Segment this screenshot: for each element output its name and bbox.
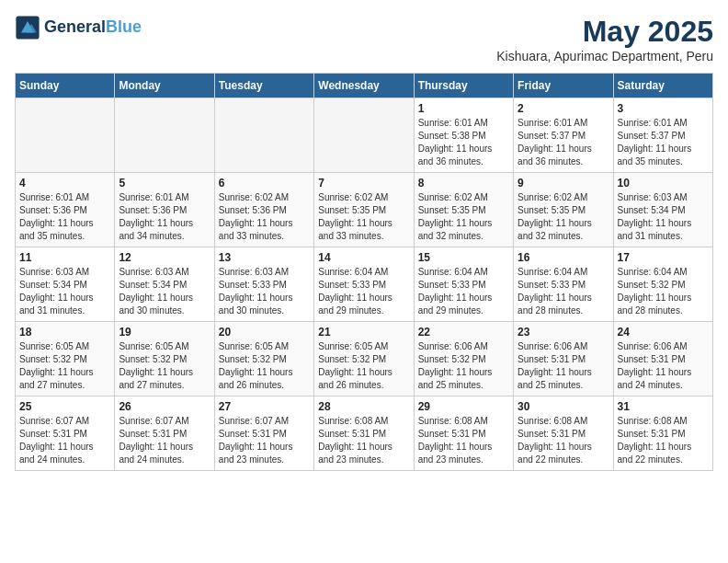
day-info: Sunrise: 6:07 AM Sunset: 5:31 PM Dayligh… — [119, 415, 210, 466]
weekday-header-monday: Monday — [115, 74, 214, 98]
day-number: 21 — [318, 326, 409, 339]
calendar-cell: 8Sunrise: 6:02 AM Sunset: 5:35 PM Daylig… — [414, 173, 513, 247]
day-number: 8 — [418, 177, 509, 190]
week-row-3: 11Sunrise: 6:03 AM Sunset: 5:34 PM Dayli… — [16, 247, 713, 322]
day-number: 7 — [318, 177, 409, 190]
weekday-header-wednesday: Wednesday — [314, 74, 414, 98]
calendar-cell — [314, 98, 414, 173]
day-number: 18 — [19, 326, 110, 339]
day-info: Sunrise: 6:03 AM Sunset: 5:33 PM Dayligh… — [219, 266, 310, 317]
day-info: Sunrise: 6:08 AM Sunset: 5:31 PM Dayligh… — [518, 415, 609, 466]
day-info: Sunrise: 6:03 AM Sunset: 5:34 PM Dayligh… — [618, 191, 709, 243]
weekday-header-tuesday: Tuesday — [214, 74, 313, 98]
weekday-header-thursday: Thursday — [414, 74, 513, 98]
day-info: Sunrise: 6:02 AM Sunset: 5:35 PM Dayligh… — [518, 191, 609, 243]
week-row-5: 25Sunrise: 6:07 AM Sunset: 5:31 PM Dayli… — [16, 396, 713, 471]
day-info: Sunrise: 6:03 AM Sunset: 5:34 PM Dayligh… — [119, 266, 210, 317]
calendar-cell: 20Sunrise: 6:05 AM Sunset: 5:32 PM Dayli… — [214, 322, 313, 396]
calendar-cell — [115, 98, 214, 173]
calendar-cell: 7Sunrise: 6:02 AM Sunset: 5:35 PM Daylig… — [314, 173, 414, 247]
day-number: 9 — [518, 177, 609, 190]
page-header: GeneralBlue May 2025 Kishuara, Apurimac … — [15, 15, 713, 63]
day-number: 19 — [119, 326, 210, 339]
day-number: 20 — [219, 326, 310, 339]
day-info: Sunrise: 6:08 AM Sunset: 5:31 PM Dayligh… — [318, 415, 409, 466]
calendar-cell: 2Sunrise: 6:01 AM Sunset: 5:37 PM Daylig… — [514, 98, 613, 173]
day-number: 15 — [418, 251, 509, 264]
day-number: 13 — [219, 251, 310, 264]
day-number: 11 — [19, 251, 110, 264]
calendar-cell: 21Sunrise: 6:05 AM Sunset: 5:32 PM Dayli… — [314, 322, 414, 396]
day-info: Sunrise: 6:04 AM Sunset: 5:32 PM Dayligh… — [618, 266, 709, 317]
week-row-4: 18Sunrise: 6:05 AM Sunset: 5:32 PM Dayli… — [16, 322, 713, 396]
calendar-cell: 1Sunrise: 6:01 AM Sunset: 5:38 PM Daylig… — [414, 98, 513, 173]
day-number: 24 — [618, 326, 709, 339]
day-info: Sunrise: 6:07 AM Sunset: 5:31 PM Dayligh… — [19, 415, 110, 466]
calendar-cell: 9Sunrise: 6:02 AM Sunset: 5:35 PM Daylig… — [514, 173, 613, 247]
title-area: May 2025 Kishuara, Apurimac Department, … — [496, 15, 713, 63]
calendar-cell: 22Sunrise: 6:06 AM Sunset: 5:32 PM Dayli… — [414, 322, 513, 396]
day-number: 6 — [219, 177, 310, 190]
calendar-cell: 29Sunrise: 6:08 AM Sunset: 5:31 PM Dayli… — [414, 396, 513, 471]
calendar-cell — [214, 98, 313, 173]
day-info: Sunrise: 6:08 AM Sunset: 5:31 PM Dayligh… — [418, 415, 509, 466]
calendar-cell: 26Sunrise: 6:07 AM Sunset: 5:31 PM Dayli… — [115, 396, 214, 471]
calendar-table: SundayMondayTuesdayWednesdayThursdayFrid… — [15, 73, 713, 471]
month-title: May 2025 — [496, 15, 713, 49]
day-info: Sunrise: 6:04 AM Sunset: 5:33 PM Dayligh… — [518, 266, 609, 317]
day-number: 26 — [119, 400, 210, 413]
day-number: 10 — [618, 177, 709, 190]
calendar-cell: 19Sunrise: 6:05 AM Sunset: 5:32 PM Dayli… — [115, 322, 214, 396]
logo-icon — [15, 15, 40, 40]
day-info: Sunrise: 6:05 AM Sunset: 5:32 PM Dayligh… — [318, 340, 409, 392]
calendar-cell: 11Sunrise: 6:03 AM Sunset: 5:34 PM Dayli… — [16, 247, 115, 322]
logo-text: GeneralBlue — [44, 18, 142, 37]
calendar-cell: 13Sunrise: 6:03 AM Sunset: 5:33 PM Dayli… — [214, 247, 313, 322]
day-number: 22 — [418, 326, 509, 339]
calendar-cell: 6Sunrise: 6:02 AM Sunset: 5:36 PM Daylig… — [214, 173, 313, 247]
calendar-cell: 23Sunrise: 6:06 AM Sunset: 5:31 PM Dayli… — [514, 322, 613, 396]
day-number: 5 — [119, 177, 210, 190]
calendar-cell: 16Sunrise: 6:04 AM Sunset: 5:33 PM Dayli… — [514, 247, 613, 322]
day-info: Sunrise: 6:02 AM Sunset: 5:35 PM Dayligh… — [418, 191, 509, 243]
day-number: 23 — [518, 326, 609, 339]
calendar-cell: 25Sunrise: 6:07 AM Sunset: 5:31 PM Dayli… — [16, 396, 115, 471]
calendar-cell — [16, 98, 115, 173]
calendar-cell: 28Sunrise: 6:08 AM Sunset: 5:31 PM Dayli… — [314, 396, 414, 471]
week-row-1: 1Sunrise: 6:01 AM Sunset: 5:38 PM Daylig… — [16, 98, 713, 173]
day-number: 16 — [518, 251, 609, 264]
calendar-cell: 27Sunrise: 6:07 AM Sunset: 5:31 PM Dayli… — [214, 396, 313, 471]
day-info: Sunrise: 6:07 AM Sunset: 5:31 PM Dayligh… — [219, 415, 310, 466]
day-number: 31 — [618, 400, 709, 413]
weekday-header-saturday: Saturday — [613, 74, 712, 98]
calendar-cell: 17Sunrise: 6:04 AM Sunset: 5:32 PM Dayli… — [613, 247, 712, 322]
weekday-header-friday: Friday — [514, 74, 613, 98]
calendar-cell: 5Sunrise: 6:01 AM Sunset: 5:36 PM Daylig… — [115, 173, 214, 247]
day-info: Sunrise: 6:01 AM Sunset: 5:36 PM Dayligh… — [19, 191, 110, 243]
week-row-2: 4Sunrise: 6:01 AM Sunset: 5:36 PM Daylig… — [16, 173, 713, 247]
calendar-cell: 10Sunrise: 6:03 AM Sunset: 5:34 PM Dayli… — [613, 173, 712, 247]
calendar-cell: 24Sunrise: 6:06 AM Sunset: 5:31 PM Dayli… — [613, 322, 712, 396]
calendar-cell: 18Sunrise: 6:05 AM Sunset: 5:32 PM Dayli… — [16, 322, 115, 396]
day-info: Sunrise: 6:02 AM Sunset: 5:35 PM Dayligh… — [318, 191, 409, 243]
day-info: Sunrise: 6:05 AM Sunset: 5:32 PM Dayligh… — [119, 340, 210, 392]
day-number: 17 — [618, 251, 709, 264]
weekday-header-sunday: Sunday — [16, 74, 115, 98]
location: Kishuara, Apurimac Department, Peru — [496, 49, 713, 63]
day-info: Sunrise: 6:01 AM Sunset: 5:37 PM Dayligh… — [618, 117, 709, 168]
day-info: Sunrise: 6:02 AM Sunset: 5:36 PM Dayligh… — [219, 191, 310, 243]
calendar-body: 1Sunrise: 6:01 AM Sunset: 5:38 PM Daylig… — [16, 98, 713, 471]
day-number: 3 — [618, 102, 709, 115]
day-info: Sunrise: 6:03 AM Sunset: 5:34 PM Dayligh… — [19, 266, 110, 317]
day-info: Sunrise: 6:06 AM Sunset: 5:31 PM Dayligh… — [518, 340, 609, 392]
calendar-cell: 12Sunrise: 6:03 AM Sunset: 5:34 PM Dayli… — [115, 247, 214, 322]
day-number: 4 — [19, 177, 110, 190]
day-number: 14 — [318, 251, 409, 264]
calendar-header: SundayMondayTuesdayWednesdayThursdayFrid… — [16, 74, 713, 98]
day-info: Sunrise: 6:08 AM Sunset: 5:31 PM Dayligh… — [618, 415, 709, 466]
day-info: Sunrise: 6:04 AM Sunset: 5:33 PM Dayligh… — [418, 266, 509, 317]
calendar-cell: 3Sunrise: 6:01 AM Sunset: 5:37 PM Daylig… — [613, 98, 712, 173]
day-info: Sunrise: 6:06 AM Sunset: 5:32 PM Dayligh… — [418, 340, 509, 392]
calendar-cell: 30Sunrise: 6:08 AM Sunset: 5:31 PM Dayli… — [514, 396, 613, 471]
day-number: 28 — [318, 400, 409, 413]
